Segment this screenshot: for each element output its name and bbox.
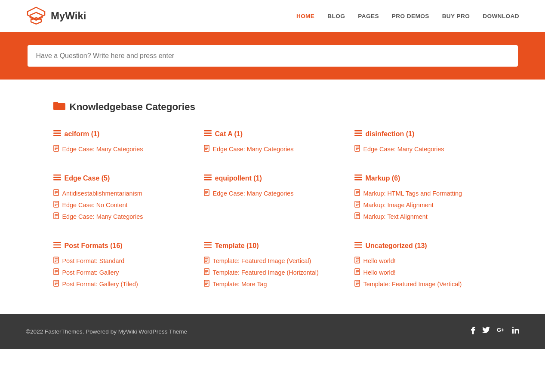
doc-icon [204, 257, 209, 265]
category-items: Edge Case: Many Categories [354, 145, 492, 153]
doc-icon [53, 212, 59, 220]
hero-section [0, 32, 545, 80]
doc-icon [53, 189, 59, 197]
doc-icon [53, 268, 59, 276]
nav-blog[interactable]: BLOG [327, 13, 345, 19]
item-link[interactable]: Hello world! [363, 257, 396, 264]
list-item: Markup: HTML Tags and Formatting [354, 189, 492, 197]
nav-pro-demos[interactable]: PRO DEMOS [392, 13, 429, 19]
list-item: Markup: Text Alignment [354, 212, 492, 220]
svg-rect-39 [204, 175, 212, 176]
doc-icon [53, 280, 59, 288]
category-heading: disinfection (1) [354, 130, 492, 138]
list-icon [53, 130, 61, 138]
svg-rect-5 [53, 135, 61, 136]
item-link[interactable]: Markup: Image Alignment [363, 202, 434, 208]
item-link[interactable]: Post Format: Gallery (Tiled) [62, 281, 138, 288]
item-link[interactable]: Template: Featured Image (Horizontal) [213, 269, 319, 276]
svg-rect-25 [53, 177, 61, 178]
list-item: Markup: Image Alignment [354, 201, 492, 209]
svg-rect-26 [53, 179, 61, 181]
svg-rect-78 [204, 247, 212, 248]
linkedin-icon[interactable] [512, 327, 519, 336]
doc-icon [204, 145, 209, 153]
svg-rect-47 [354, 177, 362, 178]
svg-rect-4 [53, 133, 61, 134]
list-icon [53, 175, 61, 182]
category-heading: Uncategorized (13) [354, 242, 492, 250]
category-markup: Markup (6) Markup: HTML Tags and Formatt… [354, 175, 492, 220]
list-item: Template: More Tag [204, 280, 342, 288]
list-item: Hello world! [354, 257, 492, 265]
category-items: Post Format: Standard Post Format: Galle… [53, 257, 191, 288]
list-icon [204, 130, 212, 138]
svg-point-108 [512, 327, 514, 328]
category-items: Edge Case: Many Categories [204, 145, 342, 153]
svg-rect-18 [354, 133, 362, 134]
item-link[interactable]: Antidisestablishmentarianism [62, 190, 142, 197]
svg-rect-77 [204, 245, 212, 246]
site-header: MyWiki HOME BLOG PAGES PRO DEMOS BUY PRO… [0, 0, 545, 32]
category-heading: Post Formats (16) [53, 242, 191, 250]
logo[interactable]: MyWiki [26, 6, 86, 26]
list-icon [354, 175, 362, 182]
category-heading: Markup (6) [354, 175, 492, 182]
doc-icon [354, 145, 360, 153]
item-link[interactable]: Edge Case: Many Categories [213, 146, 294, 153]
item-link[interactable]: Edge Case: No Content [62, 202, 128, 208]
doc-icon [354, 201, 360, 209]
doc-icon [53, 145, 59, 153]
svg-rect-91 [354, 242, 362, 243]
category-aciform: aciform (1) Edge Case: Many Categories [53, 130, 191, 153]
list-item: Post Format: Gallery [53, 268, 191, 276]
item-link[interactable]: Template: More Tag [213, 281, 267, 288]
item-link[interactable]: Hello world! [363, 269, 396, 276]
site-footer: ©2022 FasterThemes. Powered by MyWiki Wo… [0, 314, 545, 349]
item-link[interactable]: Post Format: Standard [62, 257, 125, 264]
section-title: Knowledgebase Categories [53, 101, 492, 113]
item-link[interactable]: Template: Featured Image (Vertical) [363, 281, 462, 288]
item-link[interactable]: Edge Case: Many Categories [62, 146, 143, 153]
svg-rect-46 [354, 175, 362, 176]
nav-download[interactable]: DOWNLOAD [483, 13, 519, 19]
item-link[interactable]: Markup: Text Alignment [363, 213, 428, 220]
categories-grid: aciform (1) Edge Case: Many Categories C… [53, 130, 492, 288]
category-heading: Template (10) [204, 242, 342, 250]
nav-home[interactable]: HOME [296, 13, 314, 19]
category-disinfection: disinfection (1) Edge Case: Many Categor… [354, 130, 492, 153]
list-item: Edge Case: No Content [53, 201, 191, 209]
twitter-icon[interactable] [482, 327, 490, 336]
svg-rect-62 [53, 245, 61, 246]
category-heading: aciform (1) [53, 130, 191, 138]
facebook-icon[interactable] [471, 327, 475, 336]
nav-buy-pro[interactable]: BUY PRO [442, 13, 470, 19]
svg-rect-41 [204, 179, 212, 181]
category-items: Hello world! Hello world! Template: Feat… [354, 257, 492, 288]
doc-icon [354, 189, 360, 197]
item-link[interactable]: Template: Featured Image (Vertical) [213, 257, 311, 264]
item-link[interactable]: Edge Case: Many Categories [62, 213, 143, 220]
svg-rect-61 [53, 242, 61, 243]
svg-rect-10 [204, 130, 212, 132]
doc-icon [53, 257, 59, 265]
category-uncategorized: Uncategorized (13) Hello world! Hello wo… [354, 242, 492, 288]
list-icon [204, 175, 212, 182]
nav-pages[interactable]: PAGES [358, 13, 379, 19]
svg-rect-93 [354, 247, 362, 248]
svg-rect-3 [53, 130, 61, 132]
svg-rect-107 [512, 329, 514, 334]
doc-icon [354, 257, 360, 265]
folder-icon [53, 101, 65, 113]
googleplus-icon[interactable]: G+ [497, 327, 505, 336]
list-item: Edge Case: Many Categories [204, 189, 342, 197]
category-template: Template (10) Template: Featured Image (… [204, 242, 342, 288]
item-link[interactable]: Edge Case: Many Categories [213, 190, 294, 197]
item-link[interactable]: Markup: HTML Tags and Formatting [363, 190, 462, 197]
svg-rect-48 [354, 179, 362, 181]
search-input[interactable] [28, 45, 518, 67]
category-heading: Edge Case (5) [53, 175, 191, 182]
item-link[interactable]: Edge Case: Many Categories [363, 146, 444, 153]
main-nav: HOME BLOG PAGES PRO DEMOS BUY PRO DOWNLO… [296, 13, 519, 19]
list-item: Template: Featured Image (Horizontal) [204, 268, 342, 276]
post-format-gallery-link[interactable]: Post Format: Gallery [62, 269, 119, 276]
